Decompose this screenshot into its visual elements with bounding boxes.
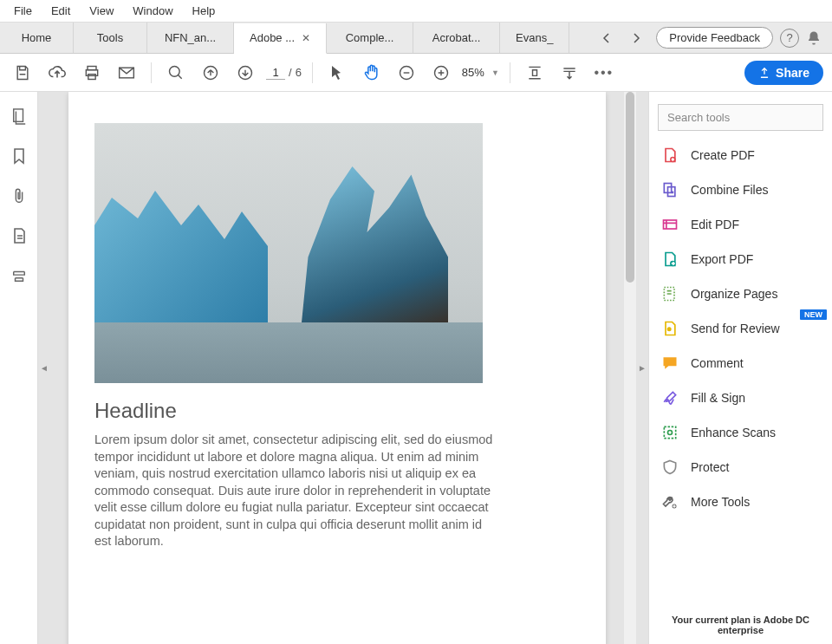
new-badge: NEW	[800, 309, 827, 320]
document-icon[interactable]	[10, 227, 28, 244]
tool-icon	[661, 459, 679, 476]
tool-more-tools[interactable]: More Tools	[661, 493, 823, 511]
tool-label: Protect	[691, 460, 729, 474]
tool-protect[interactable]: Protect	[661, 459, 823, 476]
tool-label: More Tools	[691, 495, 750, 509]
hand-tool-icon[interactable]	[358, 59, 386, 87]
tool-label: Enhance Scans	[691, 426, 776, 439]
menu-edit[interactable]: Edit	[42, 2, 79, 20]
close-tab-icon[interactable]: ✕	[302, 32, 310, 44]
menu-bar: File Edit View Window Help	[0, 0, 832, 23]
tool-label: Fill & Sign	[691, 391, 745, 405]
print-icon[interactable]	[78, 59, 106, 87]
fit-page-icon[interactable]	[556, 59, 583, 87]
menu-help[interactable]: Help	[184, 2, 224, 20]
menu-window[interactable]: Window	[124, 2, 181, 20]
svg-rect-17	[664, 426, 675, 438]
layers-icon[interactable]	[10, 267, 28, 284]
tools-panel: Search tools Create PDFCombine FilesEdit…	[648, 92, 832, 644]
document-tab-label: Comple...	[346, 31, 394, 44]
attachments-icon[interactable]	[10, 187, 28, 205]
collapse-right-button[interactable]: ►	[636, 92, 648, 644]
tool-icon	[661, 181, 679, 198]
document-image	[94, 123, 483, 383]
next-page-icon[interactable]	[231, 59, 259, 87]
tab-prev-button[interactable]	[594, 26, 618, 50]
document-viewport[interactable]: Headline Lorem ipsum dolor sit amet, con…	[50, 92, 624, 644]
vertical-scrollbar[interactable]	[624, 92, 636, 644]
svg-rect-13	[664, 220, 677, 229]
tool-organize-pages[interactable]: Organize Pages	[661, 285, 823, 302]
document-tab[interactable]: Evans_	[500, 23, 569, 53]
tool-label: Comment	[691, 356, 744, 370]
current-page-input[interactable]	[266, 66, 285, 80]
tool-icon	[661, 493, 679, 511]
tool-create-pdf[interactable]: Create PDF	[661, 146, 823, 164]
tool-icon	[661, 320, 679, 337]
page-indicator: / 6	[266, 66, 302, 80]
page-separator: /	[289, 66, 292, 79]
help-icon[interactable]: ?	[780, 29, 799, 48]
tool-icon	[661, 389, 679, 407]
document-tab[interactable]: Acrobat...	[413, 23, 500, 53]
share-label: Share	[776, 66, 809, 80]
share-button[interactable]: Share	[744, 61, 823, 85]
tool-fill-sign[interactable]: Fill & Sign	[661, 389, 823, 407]
tab-bar: Home Tools NFN_an... Adobe ...✕ Comple..…	[0, 23, 832, 54]
tool-icon	[661, 285, 679, 302]
more-tools-icon[interactable]: •••	[590, 59, 618, 87]
tool-icon	[661, 216, 679, 233]
workspace: ◄ Headline Lorem ipsum dolor sit amet, c…	[0, 92, 832, 644]
fit-width-icon[interactable]	[521, 59, 549, 87]
zoom-value: 85%	[462, 66, 484, 79]
svg-rect-9	[13, 109, 23, 121]
tab-next-button[interactable]	[625, 26, 649, 50]
scrollbar-thumb[interactable]	[626, 92, 634, 283]
document-tab[interactable]: NFN_an...	[147, 23, 234, 53]
document-body: Lorem ipsum dolor sit amet, consectetur …	[94, 432, 502, 550]
tool-icon	[661, 146, 679, 164]
menu-view[interactable]: View	[81, 2, 122, 20]
tool-export-pdf[interactable]: Export PDF	[661, 250, 823, 268]
document-tab-label: Adobe ...	[250, 31, 295, 44]
tab-tools[interactable]: Tools	[74, 23, 147, 53]
svg-point-4	[170, 66, 180, 76]
tool-label: Organize Pages	[691, 287, 777, 301]
share-icon	[758, 67, 770, 79]
cloud-upload-icon[interactable]	[43, 59, 71, 87]
provide-feedback-button[interactable]: Provide Feedback	[656, 27, 773, 49]
notifications-icon[interactable]	[806, 30, 822, 46]
find-icon[interactable]	[162, 59, 190, 87]
svg-point-18	[668, 431, 673, 435]
tool-label: Send for Review	[691, 322, 780, 335]
collapse-left-button[interactable]: ◄	[38, 92, 50, 644]
tool-send-for-review[interactable]: Send for ReviewNEW	[661, 320, 823, 337]
select-tool-icon[interactable]	[323, 59, 351, 87]
tab-home[interactable]: Home	[0, 23, 74, 53]
menu-file[interactable]: File	[5, 2, 41, 20]
chevron-down-icon: ▼	[491, 68, 499, 77]
tool-icon	[661, 355, 679, 372]
zoom-level[interactable]: 85%▼	[462, 66, 499, 79]
document-tab[interactable]: Adobe ...✕	[234, 23, 327, 54]
document-area: ◄ Headline Lorem ipsum dolor sit amet, c…	[38, 92, 648, 644]
tool-enhance-scans[interactable]: Enhance Scans	[661, 424, 823, 441]
pdf-page: Headline Lorem ipsum dolor sit amet, con…	[68, 92, 606, 644]
zoom-out-icon[interactable]	[393, 59, 420, 87]
tool-combine-files[interactable]: Combine Files	[661, 181, 823, 198]
tool-list: Create PDFCombine FilesEdit PDFExport PD…	[658, 146, 823, 511]
tool-comment[interactable]: Comment	[661, 355, 823, 372]
bookmarks-icon[interactable]	[10, 147, 28, 165]
zoom-in-icon[interactable]	[427, 59, 455, 87]
thumbnails-icon[interactable]	[10, 107, 28, 125]
document-tab-label: NFN_an...	[165, 31, 216, 44]
search-tools-input[interactable]: Search tools	[658, 104, 823, 131]
svg-point-16	[667, 327, 672, 331]
tool-edit-pdf[interactable]: Edit PDF	[661, 216, 823, 233]
plan-info: Your current plan is Adobe DC enterprise	[658, 601, 823, 635]
main-toolbar: / 6 85%▼ ••• Share	[0, 54, 832, 92]
email-icon[interactable]	[113, 59, 140, 87]
prev-page-icon[interactable]	[197, 59, 224, 87]
document-tab[interactable]: Comple...	[327, 23, 413, 53]
save-icon[interactable]	[9, 59, 36, 87]
